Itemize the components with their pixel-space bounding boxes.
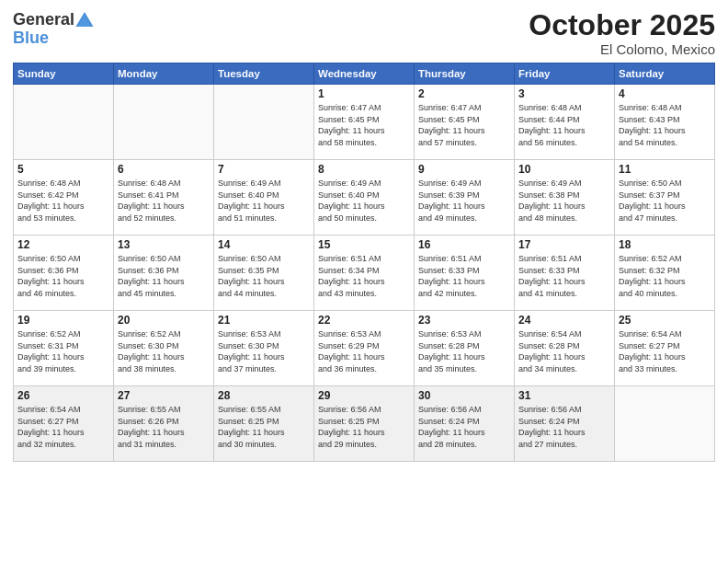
- calendar-week-3: 12Sunrise: 6:50 AM Sunset: 6:36 PM Dayli…: [14, 236, 715, 311]
- col-tuesday: Tuesday: [214, 63, 314, 85]
- day-number: 22: [318, 314, 410, 327]
- col-monday: Monday: [114, 63, 214, 85]
- table-row: 7Sunrise: 6:49 AM Sunset: 6:40 PM Daylig…: [214, 160, 314, 236]
- month-title: October 2025: [529, 9, 715, 41]
- day-number: 12: [17, 238, 109, 251]
- day-number: 14: [218, 238, 310, 251]
- table-row: [14, 85, 114, 160]
- day-info: Sunrise: 6:51 AM Sunset: 6:34 PM Dayligh…: [318, 253, 410, 299]
- table-row: 10Sunrise: 6:49 AM Sunset: 6:38 PM Dayli…: [515, 160, 615, 236]
- table-row: 3Sunrise: 6:48 AM Sunset: 6:44 PM Daylig…: [515, 85, 615, 160]
- table-row: 30Sunrise: 6:56 AM Sunset: 6:24 PM Dayli…: [415, 386, 515, 462]
- day-info: Sunrise: 6:56 AM Sunset: 6:24 PM Dayligh…: [518, 404, 610, 450]
- day-info: Sunrise: 6:48 AM Sunset: 6:42 PM Dayligh…: [17, 178, 109, 224]
- table-row: 2Sunrise: 6:47 AM Sunset: 6:45 PM Daylig…: [415, 85, 515, 160]
- day-info: Sunrise: 6:55 AM Sunset: 6:26 PM Dayligh…: [118, 404, 210, 450]
- day-info: Sunrise: 6:54 AM Sunset: 6:27 PM Dayligh…: [17, 404, 109, 450]
- table-row: 23Sunrise: 6:53 AM Sunset: 6:28 PM Dayli…: [415, 311, 515, 386]
- day-number: 25: [619, 314, 711, 327]
- day-info: Sunrise: 6:56 AM Sunset: 6:25 PM Dayligh…: [318, 404, 410, 450]
- day-info: Sunrise: 6:50 AM Sunset: 6:37 PM Dayligh…: [619, 178, 711, 224]
- day-info: Sunrise: 6:48 AM Sunset: 6:44 PM Dayligh…: [518, 102, 610, 148]
- col-saturday: Saturday: [615, 63, 715, 85]
- table-row: 19Sunrise: 6:52 AM Sunset: 6:31 PM Dayli…: [14, 311, 114, 386]
- title-block: October 2025 El Colomo, Mexico: [529, 9, 715, 57]
- day-number: 16: [418, 238, 510, 251]
- day-info: Sunrise: 6:50 AM Sunset: 6:35 PM Dayligh…: [218, 253, 310, 299]
- table-row: 12Sunrise: 6:50 AM Sunset: 6:36 PM Dayli…: [14, 236, 114, 311]
- table-row: 26Sunrise: 6:54 AM Sunset: 6:27 PM Dayli…: [14, 386, 114, 462]
- col-thursday: Thursday: [415, 63, 515, 85]
- col-wednesday: Wednesday: [314, 63, 415, 85]
- day-number: 1: [318, 87, 410, 100]
- day-number: 11: [619, 163, 711, 176]
- day-number: 28: [218, 389, 310, 402]
- table-row: 22Sunrise: 6:53 AM Sunset: 6:29 PM Dayli…: [314, 311, 415, 386]
- table-row: 5Sunrise: 6:48 AM Sunset: 6:42 PM Daylig…: [14, 160, 114, 236]
- table-row: 31Sunrise: 6:56 AM Sunset: 6:24 PM Dayli…: [515, 386, 615, 462]
- calendar-week-4: 19Sunrise: 6:52 AM Sunset: 6:31 PM Dayli…: [14, 311, 715, 386]
- day-number: 3: [518, 87, 610, 100]
- col-sunday: Sunday: [14, 63, 114, 85]
- day-number: 10: [518, 163, 610, 176]
- day-number: 19: [17, 314, 109, 327]
- table-row: 9Sunrise: 6:49 AM Sunset: 6:39 PM Daylig…: [415, 160, 515, 236]
- day-number: 4: [619, 87, 711, 100]
- day-info: Sunrise: 6:52 AM Sunset: 6:32 PM Dayligh…: [619, 253, 711, 299]
- day-info: Sunrise: 6:51 AM Sunset: 6:33 PM Dayligh…: [418, 253, 510, 299]
- logo: General Blue: [13, 9, 95, 46]
- table-row: 11Sunrise: 6:50 AM Sunset: 6:37 PM Dayli…: [615, 160, 715, 236]
- logo-general: General: [13, 11, 74, 28]
- day-info: Sunrise: 6:56 AM Sunset: 6:24 PM Dayligh…: [418, 404, 510, 450]
- table-row: [615, 386, 715, 462]
- day-number: 2: [418, 87, 510, 100]
- day-number: 15: [318, 238, 410, 251]
- day-number: 23: [418, 314, 510, 327]
- day-info: Sunrise: 6:55 AM Sunset: 6:25 PM Dayligh…: [218, 404, 310, 450]
- calendar-header-row: Sunday Monday Tuesday Wednesday Thursday…: [14, 63, 715, 85]
- table-row: 15Sunrise: 6:51 AM Sunset: 6:34 PM Dayli…: [314, 236, 415, 311]
- day-number: 9: [418, 163, 510, 176]
- page: General Blue October 2025 El Colomo, Mex…: [0, 0, 728, 563]
- calendar-week-1: 1Sunrise: 6:47 AM Sunset: 6:45 PM Daylig…: [14, 85, 715, 160]
- day-info: Sunrise: 6:50 AM Sunset: 6:36 PM Dayligh…: [17, 253, 109, 299]
- day-number: 5: [17, 163, 109, 176]
- day-number: 6: [118, 163, 210, 176]
- table-row: 13Sunrise: 6:50 AM Sunset: 6:36 PM Dayli…: [114, 236, 214, 311]
- table-row: 29Sunrise: 6:56 AM Sunset: 6:25 PM Dayli…: [314, 386, 415, 462]
- day-info: Sunrise: 6:52 AM Sunset: 6:31 PM Dayligh…: [17, 328, 109, 374]
- day-info: Sunrise: 6:50 AM Sunset: 6:36 PM Dayligh…: [118, 253, 210, 299]
- table-row: 17Sunrise: 6:51 AM Sunset: 6:33 PM Dayli…: [515, 236, 615, 311]
- day-info: Sunrise: 6:48 AM Sunset: 6:41 PM Dayligh…: [118, 178, 210, 224]
- table-row: 4Sunrise: 6:48 AM Sunset: 6:43 PM Daylig…: [615, 85, 715, 160]
- table-row: 20Sunrise: 6:52 AM Sunset: 6:30 PM Dayli…: [114, 311, 214, 386]
- day-info: Sunrise: 6:49 AM Sunset: 6:40 PM Dayligh…: [318, 178, 410, 224]
- day-info: Sunrise: 6:53 AM Sunset: 6:30 PM Dayligh…: [218, 328, 310, 374]
- day-info: Sunrise: 6:53 AM Sunset: 6:29 PM Dayligh…: [318, 328, 410, 374]
- table-row: 28Sunrise: 6:55 AM Sunset: 6:25 PM Dayli…: [214, 386, 314, 462]
- day-number: 8: [318, 163, 410, 176]
- table-row: 6Sunrise: 6:48 AM Sunset: 6:41 PM Daylig…: [114, 160, 214, 236]
- table-row: 24Sunrise: 6:54 AM Sunset: 6:28 PM Dayli…: [515, 311, 615, 386]
- logo-icon: [74, 9, 95, 29]
- day-number: 30: [418, 389, 510, 402]
- day-number: 31: [518, 389, 610, 402]
- day-number: 21: [218, 314, 310, 327]
- table-row: 18Sunrise: 6:52 AM Sunset: 6:32 PM Dayli…: [615, 236, 715, 311]
- calendar: Sunday Monday Tuesday Wednesday Thursday…: [13, 63, 715, 462]
- col-friday: Friday: [515, 63, 615, 85]
- table-row: 16Sunrise: 6:51 AM Sunset: 6:33 PM Dayli…: [415, 236, 515, 311]
- day-info: Sunrise: 6:49 AM Sunset: 6:40 PM Dayligh…: [218, 178, 310, 224]
- day-info: Sunrise: 6:51 AM Sunset: 6:33 PM Dayligh…: [518, 253, 610, 299]
- day-number: 13: [118, 238, 210, 251]
- day-number: 29: [318, 389, 410, 402]
- day-info: Sunrise: 6:48 AM Sunset: 6:43 PM Dayligh…: [619, 102, 711, 148]
- day-info: Sunrise: 6:49 AM Sunset: 6:38 PM Dayligh…: [518, 178, 610, 224]
- table-row: 27Sunrise: 6:55 AM Sunset: 6:26 PM Dayli…: [114, 386, 214, 462]
- day-info: Sunrise: 6:54 AM Sunset: 6:27 PM Dayligh…: [619, 328, 711, 374]
- day-info: Sunrise: 6:47 AM Sunset: 6:45 PM Dayligh…: [418, 102, 510, 148]
- day-info: Sunrise: 6:54 AM Sunset: 6:28 PM Dayligh…: [518, 328, 610, 374]
- table-row: 8Sunrise: 6:49 AM Sunset: 6:40 PM Daylig…: [314, 160, 415, 236]
- day-number: 27: [118, 389, 210, 402]
- calendar-week-5: 26Sunrise: 6:54 AM Sunset: 6:27 PM Dayli…: [14, 386, 715, 462]
